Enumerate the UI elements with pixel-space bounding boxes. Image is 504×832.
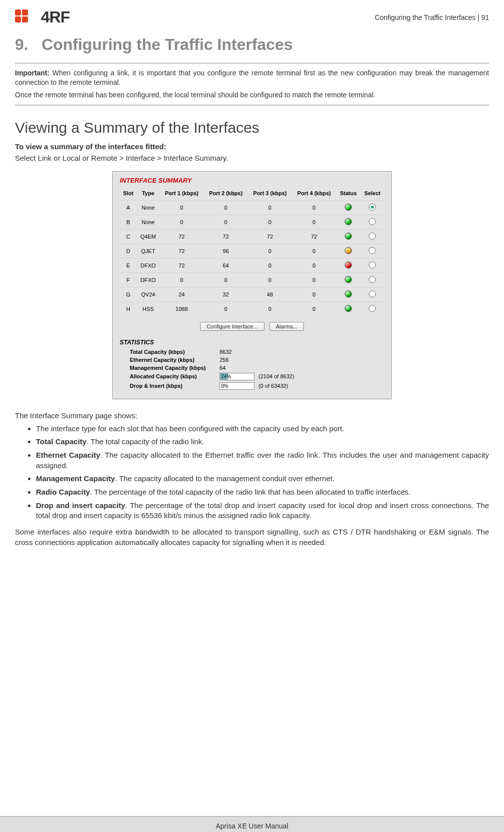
select-radio[interactable]: [369, 204, 376, 211]
bullet-bold: Total Capacity: [36, 437, 86, 446]
table-cell: F: [120, 273, 137, 287]
bullet-bold: Drop and insert capacity: [36, 501, 125, 510]
description-lead: The Interface Summary page shows:: [15, 411, 489, 420]
brand-mark-icon: [15, 9, 37, 25]
col-select: Select: [360, 187, 384, 201]
bullet-text: . The capacity allocated to the manageme…: [115, 474, 334, 483]
col-status: Status: [336, 187, 361, 201]
status-cell: [336, 301, 361, 316]
table-cell: HSS: [137, 301, 160, 316]
divider: [15, 63, 489, 63]
table-cell: QV24: [137, 287, 160, 301]
table-cell: 72: [204, 229, 248, 244]
table-cell: 0: [160, 200, 204, 215]
table-row: HHSS1088000: [120, 301, 384, 316]
status-cell: [336, 229, 361, 244]
panel-title: INTERFACE SUMMARY: [120, 177, 384, 184]
stat-mgmt-cap-label: Management Capacity (kbps): [130, 365, 220, 371]
nav-path: Select Link or Local or Remote > Interfa…: [15, 154, 489, 162]
stat-eth-cap-label: Ethernet Capacity (kbps): [130, 357, 220, 363]
stat-total-cap-label: Total Capacity (kbps): [130, 349, 220, 355]
status-led-icon: [345, 247, 352, 254]
table-cell: G: [120, 287, 137, 301]
col-slot: Slot: [120, 187, 137, 201]
table-row: FDFXO0000: [120, 273, 384, 287]
col-port2: Port 2 (kbps): [204, 187, 248, 201]
table-cell: 0: [160, 273, 204, 287]
status-led-icon: [345, 218, 352, 225]
interface-summary-table: Slot Type Port 1 (kbps) Port 2 (kbps) Po…: [120, 187, 384, 316]
status-led-icon: [345, 262, 352, 269]
bullet-item: The interface type for each slot that ha…: [36, 424, 489, 434]
status-led-icon: [345, 276, 352, 283]
table-cell: 0: [204, 200, 248, 215]
drop-ins-detail: (0 of 63432): [258, 383, 288, 389]
status-cell: [336, 273, 361, 287]
bullet-text: The interface type for each slot that ha…: [36, 424, 344, 433]
interface-summary-panel: INTERFACE SUMMARY Slot Type Port 1 (kbps…: [112, 171, 392, 399]
svg-rect-3: [22, 16, 28, 22]
table-cell: 0: [204, 215, 248, 229]
stat-eth-cap-value: 256: [220, 357, 384, 363]
select-radio[interactable]: [369, 276, 376, 283]
status-cell: [336, 200, 361, 215]
table-cell: 0: [204, 301, 248, 316]
table-cell: 72: [160, 258, 204, 273]
table-row: ANone0000: [120, 200, 384, 215]
svg-rect-1: [22, 9, 28, 15]
table-cell: C: [120, 229, 137, 244]
status-cell: [336, 215, 361, 229]
stat-total-cap-value: 8632: [220, 349, 384, 355]
table-cell: 0: [292, 200, 336, 215]
table-row: CQ4EM72727272: [120, 229, 384, 244]
table-cell: 48: [248, 287, 292, 301]
select-cell: [360, 215, 384, 229]
table-cell: 0: [248, 215, 292, 229]
svg-rect-2: [15, 16, 21, 22]
table-row: GQV242432480: [120, 287, 384, 301]
table-cell: 0: [248, 200, 292, 215]
bullet-item: Drop and insert capacity. The percentage…: [36, 501, 489, 521]
select-radio[interactable]: [369, 262, 376, 269]
select-radio[interactable]: [369, 290, 376, 297]
select-cell: [360, 287, 384, 301]
select-radio[interactable]: [369, 218, 376, 225]
select-cell: [360, 301, 384, 316]
bullet-item: Management Capacity. The capacity alloca…: [36, 474, 489, 484]
table-cell: H: [120, 301, 137, 316]
select-cell: [360, 273, 384, 287]
table-cell: E: [120, 258, 137, 273]
stat-mgmt-cap-value: 64: [220, 365, 384, 371]
table-cell: 0: [292, 287, 336, 301]
table-cell: 0: [292, 301, 336, 316]
configure-interface-button[interactable]: Configure Interface...: [200, 322, 264, 331]
select-cell: [360, 200, 384, 215]
table-cell: 72: [160, 244, 204, 258]
select-radio[interactable]: [369, 247, 376, 254]
bullet-bold: Ethernet Capacity: [36, 451, 100, 459]
table-row: BNone0000: [120, 215, 384, 229]
select-radio[interactable]: [369, 305, 376, 312]
alloc-cap-pct: 24%: [221, 374, 231, 379]
status-cell: [336, 287, 361, 301]
table-cell: 0: [248, 244, 292, 258]
table-cell: 32: [204, 287, 248, 301]
page-footer: Aprisa XE User Manual: [0, 816, 504, 832]
table-row: EDFXO726400: [120, 258, 384, 273]
bullet-item: Ethernet Capacity. The capacity allocate…: [36, 450, 489, 471]
table-cell: 0: [292, 215, 336, 229]
chapter-number: 9.: [15, 35, 28, 53]
table-cell: A: [120, 200, 137, 215]
page-header-breadcrumb: Configuring the Traffic Interfaces | 91: [375, 13, 489, 21]
statistics-title: STATISTICS: [120, 339, 384, 346]
select-cell: [360, 244, 384, 258]
status-cell: [336, 258, 361, 273]
table-cell: DFXO: [137, 258, 160, 273]
table-cell: 0: [292, 273, 336, 287]
select-radio[interactable]: [369, 233, 376, 240]
section-subhead: To view a summary of the interfaces fitt…: [15, 142, 489, 151]
alarms-button[interactable]: Alarms...: [269, 322, 304, 331]
bullet-item: Radio Capacity. The percentage of the to…: [36, 487, 489, 498]
table-cell: 0: [248, 273, 292, 287]
chapter-title: 9. Configuring the Traffic Interfaces: [15, 35, 489, 54]
